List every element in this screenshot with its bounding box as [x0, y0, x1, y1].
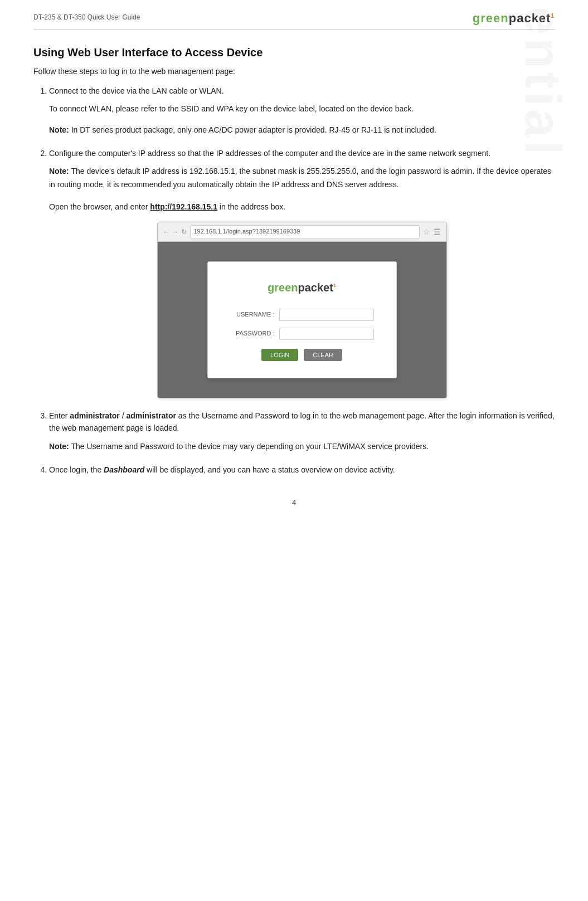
password-input[interactable]	[279, 328, 374, 340]
step-1: Connect to the device via the LAN cable …	[49, 85, 555, 137]
step-2: Configure the computer's IP address so t…	[49, 147, 555, 398]
step-2-note: Note: The device's default IP address is…	[49, 165, 555, 192]
header-title: DT-235 & DT-350 Quick User Guide	[33, 11, 140, 21]
step-1-note-text: In DT series product package, only one A…	[71, 125, 436, 134]
step-2-main: Configure the computer's IP address so t…	[49, 147, 555, 159]
step-3-note: Note: The Username and Password to the d…	[49, 440, 555, 454]
page-header: DT-235 & DT-350 Quick User Guide greenpa…	[33, 11, 555, 30]
page-number: 4	[33, 498, 555, 506]
login-logo-text: greenpacket1	[268, 281, 336, 294]
step-3-bold1: administrator	[70, 411, 119, 420]
login-panel: greenpacket1 USERNAME : PASSWORD :	[207, 261, 397, 378]
password-label: PASSWORD :	[230, 329, 275, 339]
login-button[interactable]: LOGIN	[261, 349, 298, 361]
note-bold-1: Note:	[49, 125, 69, 134]
browser-body: greenpacket1 USERNAME : PASSWORD :	[158, 242, 446, 398]
forward-icon: →	[172, 227, 179, 237]
browser-screenshot: ← → ↻ 192.168.1.1/login.asp?139219916933…	[157, 222, 447, 398]
note-bold-3: Note:	[49, 442, 69, 451]
login-buttons: LOGIN CLEAR	[230, 349, 374, 361]
login-logo-packet: packet	[298, 281, 333, 294]
note-bold-2: Note:	[49, 167, 69, 176]
logo-packet: packet	[509, 11, 551, 25]
back-icon: ←	[163, 227, 170, 237]
step-2-note-text: The device's default IP address is 192.1…	[49, 167, 551, 189]
step-2-browser-instruction: Open the browser, and enter http://192.1…	[49, 201, 555, 213]
login-logo-green: green	[268, 281, 298, 294]
login-logo-sup: 1	[333, 283, 336, 288]
logo-text: greenpacket1	[473, 11, 555, 25]
username-input[interactable]	[279, 309, 374, 321]
header-logo: greenpacket1	[473, 11, 555, 26]
browser-bar: ← → ↻ 192.168.1.1/login.asp?139219916933…	[158, 222, 446, 242]
menu-icon: ☰	[434, 226, 441, 238]
star-icon: ☆	[423, 226, 430, 238]
step-3-bold2: administrator	[127, 411, 176, 420]
step-3-note-text: The Username and Password to the device …	[71, 442, 429, 451]
step-4-content: Once login, the Dashboard will be displa…	[49, 464, 555, 476]
step-4: Once login, the Dashboard will be displa…	[49, 464, 555, 476]
steps-list: Connect to the device via the LAN cable …	[33, 85, 555, 476]
main-content: Confidential Using Web User Interface to…	[33, 46, 555, 506]
step-1-content: Connect to the device via the LAN cable …	[49, 85, 555, 137]
clear-button[interactable]: CLEAR	[304, 349, 342, 361]
browser-url-bar: 192.168.1.1/login.asp?1392199169339	[190, 225, 420, 238]
step-1-sub: To connect WLAN, please refer to the SSI…	[49, 103, 555, 116]
refresh-icon: ↻	[181, 227, 187, 237]
logo-green: green	[473, 11, 509, 25]
step-4-bold: Dashboard	[104, 465, 144, 474]
login-logo: greenpacket1	[230, 279, 374, 296]
step-2-content: Configure the computer's IP address so t…	[49, 147, 555, 398]
section-title: Using Web User Interface to Access Devic…	[33, 46, 555, 59]
username-label: USERNAME :	[230, 310, 275, 320]
url-text: http://192.168.15.1	[150, 202, 217, 211]
step-3-content: Enter administrator / administrator as t…	[49, 410, 555, 454]
username-row: USERNAME :	[230, 309, 374, 321]
step-3: Enter administrator / administrator as t…	[49, 410, 555, 454]
step-1-note: Note: In DT series product package, only…	[49, 124, 555, 137]
step-3-main: Enter administrator / administrator as t…	[49, 410, 555, 435]
intro-text: Follow these steps to log in to the web …	[33, 67, 555, 76]
step-1-main: Connect to the device via the LAN cable …	[49, 85, 555, 97]
logo-superscript: 1	[551, 13, 555, 19]
step-4-main: Once login, the Dashboard will be displa…	[49, 464, 555, 476]
browser-nav-icons: ← → ↻	[163, 227, 187, 237]
password-row: PASSWORD :	[230, 328, 374, 340]
